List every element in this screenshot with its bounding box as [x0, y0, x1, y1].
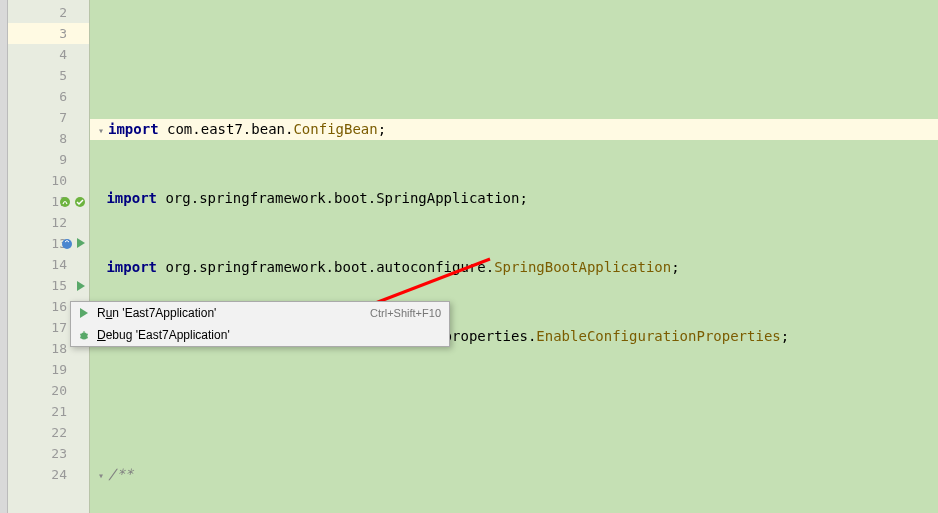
class-ref: EnableConfigurationProperties — [536, 328, 780, 344]
fold-icon[interactable]: ▾ — [98, 120, 108, 141]
run-class-icon[interactable] — [60, 237, 87, 251]
menu-label: Run 'East7Application' — [93, 306, 370, 320]
gutter-line[interactable]: 5 — [8, 65, 89, 86]
line-number: 2 — [59, 5, 67, 20]
gutter-line[interactable]: 23 — [8, 443, 89, 464]
line-number: 4 — [59, 47, 67, 62]
gutter-line[interactable]: 3 — [8, 23, 89, 44]
line-number: 7 — [59, 110, 67, 125]
gutter-line[interactable]: 14 — [8, 254, 89, 275]
class-ref: ConfigBean — [293, 121, 377, 137]
spring-bean-icon[interactable] — [58, 195, 87, 209]
keyword: import — [106, 190, 157, 206]
svg-point-3 — [81, 333, 88, 340]
text: ; — [671, 259, 679, 275]
gutter-line[interactable]: 10 — [8, 170, 89, 191]
code-line[interactable]: import org.springframework.boot.autoconf… — [90, 257, 938, 278]
code-area[interactable]: ▾import com.east7.bean.ConfigBean; impor… — [90, 0, 938, 513]
text: org.springframework.boot.SpringApplicati… — [157, 190, 528, 206]
line-number: 23 — [51, 446, 67, 461]
gutter-line[interactable]: 12 — [8, 212, 89, 233]
code-line[interactable]: ▾import com.east7.bean.ConfigBean; — [90, 119, 938, 140]
line-number: 14 — [51, 257, 67, 272]
code-line[interactable]: import org.springframework.boot.SpringAp… — [90, 188, 938, 209]
text: org.springframework.boot.autoconfigure. — [157, 259, 494, 275]
gutter-line[interactable]: 24 — [8, 464, 89, 485]
gutter-line[interactable]: 13 — [8, 233, 89, 254]
line-number: 24 — [51, 467, 67, 482]
line-number: 22 — [51, 425, 67, 440]
line-number: 10 — [51, 173, 67, 188]
menu-item-debug[interactable]: Debug 'East7Application' — [71, 324, 449, 346]
gutter-line[interactable]: 2 — [8, 2, 89, 23]
line-number: 17 — [51, 320, 67, 335]
gutter-line[interactable]: 21 — [8, 401, 89, 422]
line-number: 5 — [59, 68, 67, 83]
gutter-line[interactable]: 20 — [8, 380, 89, 401]
gutter-line[interactable]: 15 — [8, 275, 89, 296]
editor-container: 23456789101112131415161718192021222324 ▾… — [0, 0, 938, 513]
menu-shortcut: Ctrl+Shift+F10 — [370, 307, 441, 319]
gutter-line[interactable]: 22 — [8, 422, 89, 443]
text: ; — [781, 328, 789, 344]
code-line[interactable]: ▾/** — [90, 464, 938, 485]
class-ref: SpringBootApplication — [494, 259, 671, 275]
gutter-line[interactable]: 8 — [8, 128, 89, 149]
text: com.east7.bean. — [159, 121, 294, 137]
context-menu: Run 'East7Application' Ctrl+Shift+F10 De… — [70, 301, 450, 347]
line-number: 20 — [51, 383, 67, 398]
run-icon — [75, 307, 93, 319]
gutter-line[interactable]: 11 — [8, 191, 89, 212]
line-number: 15 — [51, 278, 67, 293]
text: ; — [378, 121, 386, 137]
bug-icon — [75, 329, 93, 341]
menu-item-run[interactable]: Run 'East7Application' Ctrl+Shift+F10 — [71, 302, 449, 324]
line-number: 21 — [51, 404, 67, 419]
keyword: import — [108, 121, 159, 137]
code-line[interactable] — [90, 50, 938, 71]
menu-label: Debug 'East7Application' — [93, 328, 441, 342]
gutter-line[interactable]: 6 — [8, 86, 89, 107]
gutter-bar — [0, 0, 8, 513]
line-number: 12 — [51, 215, 67, 230]
code-line[interactable] — [90, 395, 938, 416]
line-number: 8 — [59, 131, 67, 146]
line-number: 9 — [59, 152, 67, 167]
fold-icon[interactable]: ▾ — [98, 465, 108, 486]
gutter-line[interactable]: 19 — [8, 359, 89, 380]
gutter-line[interactable]: 9 — [8, 149, 89, 170]
gutter-line[interactable]: 4 — [8, 44, 89, 65]
gutter-line[interactable]: 7 — [8, 107, 89, 128]
gutter[interactable]: 23456789101112131415161718192021222324 — [8, 0, 90, 513]
comment: /** — [108, 466, 133, 482]
line-number: 3 — [59, 26, 67, 41]
line-number: 19 — [51, 362, 67, 377]
line-number: 18 — [51, 341, 67, 356]
line-number: 6 — [59, 89, 67, 104]
keyword: import — [106, 259, 157, 275]
run-gutter-icon[interactable] — [75, 280, 87, 292]
line-number: 16 — [51, 299, 67, 314]
